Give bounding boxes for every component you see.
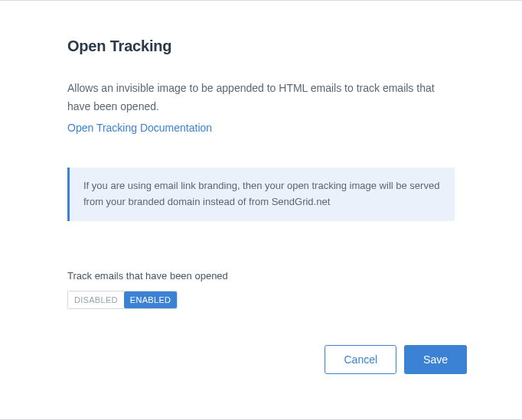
info-notice: If you are using email link branding, th…: [67, 168, 455, 221]
save-button[interactable]: Save: [404, 345, 467, 374]
documentation-link[interactable]: Open Tracking Documentation: [67, 119, 212, 138]
page-title: Open Tracking: [67, 37, 455, 55]
tracking-toggle: DISABLED ENABLED: [67, 291, 178, 309]
toggle-disabled-button[interactable]: DISABLED: [68, 291, 124, 308]
toggle-enabled-button[interactable]: ENABLED: [124, 291, 177, 308]
toggle-label: Track emails that have been opened: [67, 270, 455, 282]
description-text: Allows an invisible image to be appended…: [67, 80, 455, 116]
cancel-button[interactable]: Cancel: [325, 345, 396, 374]
